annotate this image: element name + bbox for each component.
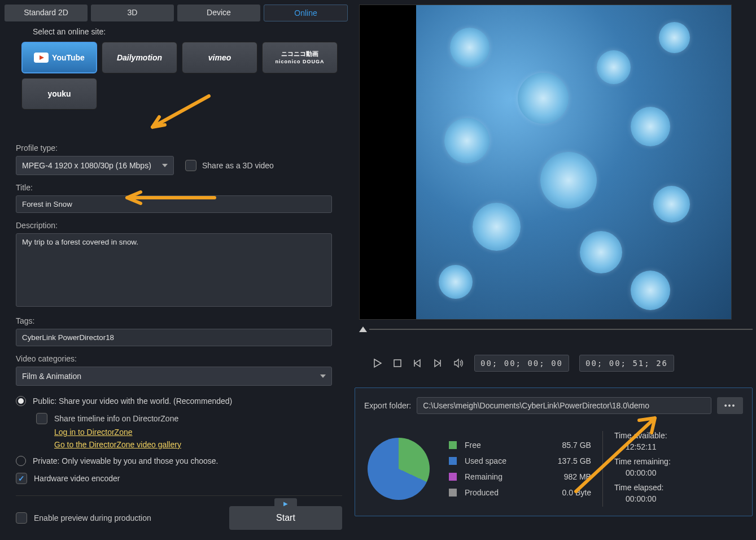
free-label: Free <box>465 441 481 450</box>
produced-value: 0.0 Byte <box>540 488 591 497</box>
privacy-private-radio[interactable] <box>16 456 26 466</box>
export-folder-path[interactable]: C:\Users\meigh\Documents\CyberLink\Power… <box>417 397 711 414</box>
enable-preview-checkbox[interactable] <box>16 512 27 524</box>
used-label: Used space <box>465 456 506 465</box>
hw-encoder-label: Hardware video encoder <box>34 474 120 483</box>
privacy-public-label: Public: Share your video with the world.… <box>33 397 232 406</box>
site-buttons: YouTube Dailymotion vimeo ニコニコ動画niconico… <box>21 42 348 73</box>
select-site-label: Select an online site: <box>33 27 348 36</box>
title-label: Title: <box>16 183 337 192</box>
share-dz-checkbox[interactable] <box>36 413 47 424</box>
time-available-value: 12:52:11 <box>626 442 671 451</box>
timecode-duration: 00; 00; 51; 26 <box>579 355 674 372</box>
right-panel: 00; 00; 00; 00 00; 00; 51; 26 Export fol… <box>355 5 753 535</box>
vimeo-label: vimeo <box>208 53 231 62</box>
gallery-dz-link[interactable]: Go to the DirectorZone video gallery <box>54 440 337 449</box>
niconico-label: niconico DOUGA <box>275 59 324 64</box>
hw-encoder-checkbox[interactable] <box>16 473 27 484</box>
tags-label: Tags: <box>16 316 337 325</box>
profile-type-value: MPEG-4 1920 x 1080/30p (16 Mbps) <box>22 161 151 170</box>
time-remaining-value: 00:00:00 <box>626 468 671 477</box>
next-frame-button[interactable] <box>432 358 443 368</box>
categories-select[interactable]: Film & Animation <box>16 367 332 386</box>
remaining-label: Remaining <box>465 472 502 481</box>
svg-rect-1 <box>394 360 401 367</box>
site-niconico[interactable]: ニコニコ動画niconico DOUGA <box>262 42 338 73</box>
privacy-private-label: Private: Only viewable by you and those … <box>33 456 218 465</box>
export-panel: Export folder: C:\Users\meigh\Documents\… <box>355 387 753 516</box>
play-icon: ▶ <box>274 498 297 508</box>
youku-label: youku <box>47 89 71 98</box>
play-button[interactable] <box>372 358 383 369</box>
enable-preview-label: Enable preview during production <box>34 513 151 522</box>
share-3d-label: Share as a 3D video <box>202 161 274 170</box>
time-available-label: Time available: <box>614 431 671 440</box>
site-youtube[interactable]: YouTube <box>21 42 97 73</box>
description-textarea[interactable] <box>16 233 332 307</box>
disk-legend: Free Used space Remaining Produced <box>449 441 506 497</box>
stop-button[interactable] <box>393 359 402 368</box>
title-input[interactable] <box>16 195 332 213</box>
dailymotion-label: Dailymotion <box>117 53 162 62</box>
share-3d-checkbox[interactable] <box>185 160 196 171</box>
site-dailymotion[interactable]: Dailymotion <box>102 42 177 73</box>
browse-button[interactable]: ••• <box>717 397 743 414</box>
playback-controls: 00; 00; 00; 00 00; 00; 51; 26 <box>372 355 753 372</box>
chevron-down-icon <box>162 164 168 167</box>
site-vimeo[interactable]: vimeo <box>182 42 257 73</box>
time-elapsed-value: 00:00:00 <box>626 494 671 503</box>
produced-label: Produced <box>465 488 499 497</box>
youtube-icon <box>34 53 49 63</box>
time-elapsed-label: Time elapsed: <box>614 483 671 492</box>
description-label: Description: <box>16 221 337 230</box>
site-youku[interactable]: youku <box>21 78 97 110</box>
volume-button[interactable] <box>453 358 464 369</box>
disk-pie-chart <box>368 438 430 500</box>
categories-value: Film & Animation <box>22 372 81 381</box>
free-value: 85.7 GB <box>540 441 591 450</box>
remaining-value: 982 MB <box>540 472 591 481</box>
chevron-down-icon <box>320 374 326 378</box>
timecode-current[interactable]: 00; 00; 00; 00 <box>474 355 569 372</box>
bottom-bar: Enable preview during production ▶ Start <box>16 495 342 530</box>
time-column: Time available: 12:52:11 Time remaining:… <box>602 431 671 507</box>
stats-row: Free Used space Remaining Produced 85.7 … <box>364 431 743 507</box>
swatch-remaining-icon <box>449 473 457 481</box>
start-label: Start <box>276 513 295 523</box>
swatch-produced-icon <box>449 489 457 497</box>
form-area: Profile type: MPEG-4 1920 x 1080/30p (16… <box>5 143 348 484</box>
start-button[interactable]: ▶ Start <box>229 506 342 530</box>
tab-device[interactable]: Device <box>177 5 260 21</box>
tab-standard-2d[interactable]: Standard 2D <box>5 5 88 21</box>
time-remaining-label: Time remaining: <box>614 457 671 466</box>
scrub-bar[interactable] <box>359 326 753 332</box>
prev-frame-button[interactable] <box>412 358 422 368</box>
scrub-marker-icon[interactable] <box>359 326 367 332</box>
profile-type-label: Profile type: <box>16 143 337 153</box>
preview-image <box>416 5 731 319</box>
tags-input[interactable] <box>16 329 332 346</box>
profile-type-select[interactable]: MPEG-4 1920 x 1080/30p (16 Mbps) <box>16 156 174 175</box>
preview-frame <box>359 5 732 320</box>
scrub-track[interactable] <box>369 329 753 330</box>
disk-values: 85.7 GB 137.5 GB 982 MB 0.0 Byte <box>540 441 591 497</box>
login-dz-link[interactable]: Log in to DirectorZone <box>54 428 337 437</box>
privacy-public-radio[interactable] <box>16 396 26 406</box>
swatch-free-icon <box>449 441 457 449</box>
share-dz-label: Share timeline info on DirectorZone <box>54 414 178 423</box>
tab-3d[interactable]: 3D <box>91 5 174 21</box>
left-panel: Standard 2D 3D Device Online Select an o… <box>5 5 348 535</box>
tab-online[interactable]: Online <box>264 5 348 21</box>
youtube-label: YouTube <box>52 53 85 62</box>
export-folder-label: Export folder: <box>364 401 411 410</box>
site-buttons-2: youku <box>21 78 348 110</box>
used-value: 137.5 GB <box>540 456 591 465</box>
format-tabs: Standard 2D 3D Device Online <box>5 5 348 21</box>
categories-label: Video categories: <box>16 354 337 363</box>
swatch-used-icon <box>449 457 457 465</box>
